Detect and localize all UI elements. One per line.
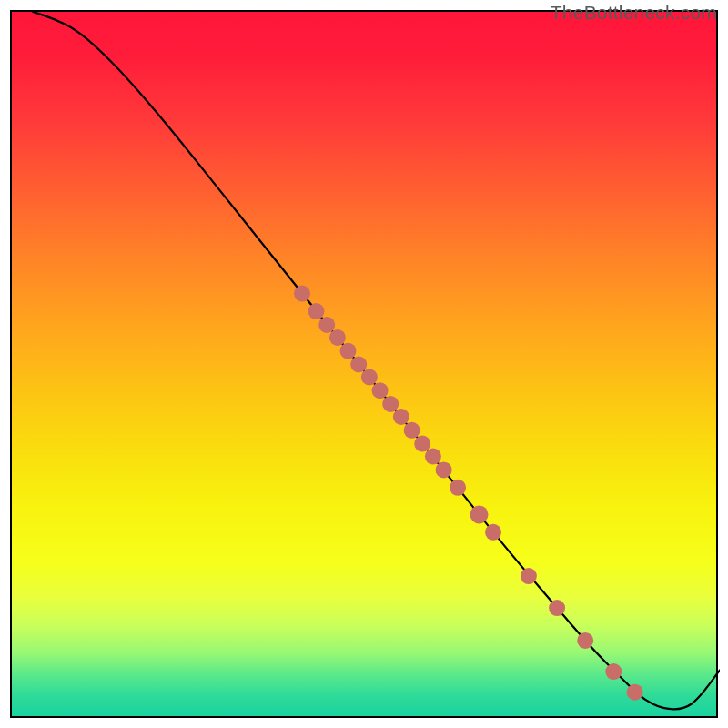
bottleneck-curve bbox=[33, 12, 720, 709]
marker-point bbox=[414, 436, 430, 452]
marker-point bbox=[340, 343, 357, 359]
marker-point bbox=[308, 303, 325, 319]
marker-point bbox=[450, 480, 466, 496]
plot-area bbox=[10, 10, 718, 718]
marker-point bbox=[393, 409, 410, 425]
marker-point bbox=[470, 505, 489, 523]
watermark-text: TheBottleneck.com bbox=[551, 2, 717, 24]
marker-point bbox=[605, 663, 622, 680]
chart-svg bbox=[12, 12, 720, 720]
marker-point bbox=[549, 600, 565, 616]
marker-point bbox=[361, 369, 378, 385]
marker-group bbox=[294, 286, 643, 701]
marker-point bbox=[294, 286, 310, 302]
chart-container: TheBottleneck.com bbox=[0, 0, 728, 728]
marker-point bbox=[627, 684, 643, 701]
marker-point bbox=[329, 329, 346, 346]
marker-point bbox=[382, 396, 399, 412]
marker-point bbox=[521, 568, 537, 584]
marker-point bbox=[350, 356, 367, 372]
marker-point bbox=[404, 422, 420, 439]
marker-point bbox=[485, 524, 501, 541]
marker-point bbox=[318, 317, 335, 333]
marker-point bbox=[577, 632, 593, 649]
marker-point bbox=[436, 461, 452, 478]
marker-point bbox=[372, 382, 389, 399]
marker-point bbox=[425, 449, 441, 465]
